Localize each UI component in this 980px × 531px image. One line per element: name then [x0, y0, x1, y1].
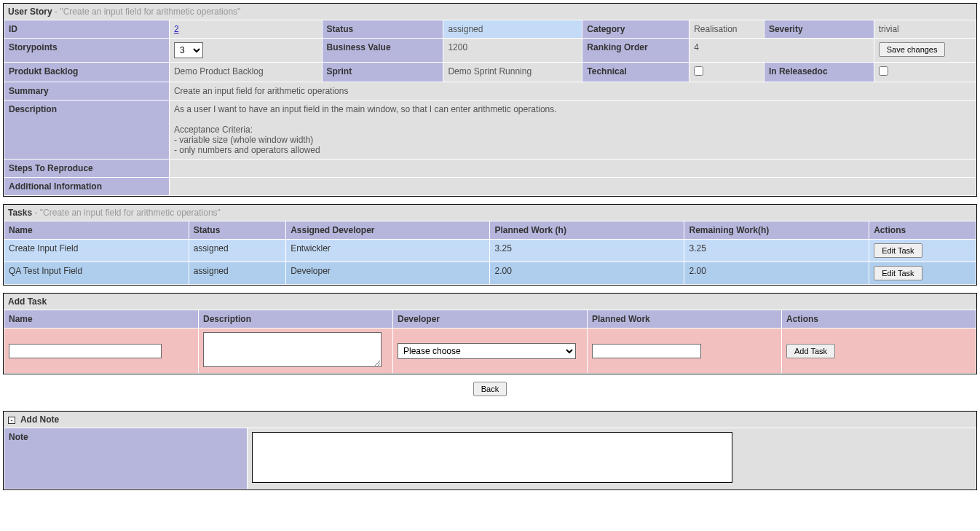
task-planned: 3.25 [490, 240, 684, 262]
add-note-table: Note [4, 428, 976, 489]
label-ranking-order: Ranking Order [582, 39, 689, 63]
value-sprint: Demo Sprint Running [443, 63, 582, 82]
task-remaining: 2.00 [684, 262, 869, 285]
storypoints-select[interactable]: 3 [174, 42, 203, 58]
addtask-header-developer: Developer [393, 310, 588, 329]
task-row: Create Input Field assigned Entwickler 3… [4, 240, 976, 262]
value-status: assigned [443, 20, 582, 39]
task-planned-input[interactable] [592, 344, 701, 358]
addtask-header-name: Name [4, 310, 199, 329]
tasks-title-prefix: Tasks [8, 208, 32, 218]
user-story-panel: User Story - "Create an input field for … [3, 3, 977, 197]
user-story-table: ID 2 Status assigned Category Realisatio… [4, 20, 976, 196]
add-note-panel: - Add Note Note [3, 411, 977, 490]
tasks-header-name: Name [4, 221, 189, 240]
value-description: As a user I want to have an input field … [169, 101, 976, 160]
user-story-title-prefix: User Story [8, 7, 52, 17]
add-task-title: Add Task [4, 294, 976, 310]
tasks-panel: Tasks - "Create an input field for arith… [3, 204, 977, 286]
value-severity: trivial [874, 20, 976, 39]
label-description: Description [4, 101, 170, 160]
label-technical: Technical [582, 63, 689, 82]
tasks-title: Tasks - "Create an input field for arith… [4, 205, 976, 221]
tasks-header-planned: Planned Work (h) [490, 221, 684, 240]
tasks-header-remaining: Remaining Work(h) [684, 221, 869, 240]
note-textarea[interactable] [252, 432, 732, 483]
task-row: QA Test Input Field assigned Developer 2… [4, 262, 976, 285]
task-status: assigned [189, 240, 286, 262]
task-description-textarea[interactable] [203, 332, 382, 367]
task-developer: Entwickler [286, 240, 490, 262]
tasks-header-actions: Actions [869, 221, 976, 240]
add-note-title: Add Note [20, 414, 59, 425]
add-note-title-row: - Add Note [4, 412, 976, 428]
addtask-header-planned: Planned Work [588, 310, 782, 329]
task-name-input[interactable] [9, 344, 162, 358]
label-summary: Summary [4, 82, 170, 101]
label-category: Category [582, 20, 689, 39]
label-status: Status [322, 20, 443, 39]
label-steps-to-reproduce: Steps To Reproduce [4, 160, 170, 178]
task-developer: Developer [286, 262, 490, 285]
save-changes-button[interactable]: Save changes [879, 42, 946, 57]
id-link[interactable]: 2 [174, 24, 179, 34]
add-task-panel: Add Task Name Description Developer Plan… [3, 293, 977, 374]
value-business-value: 1200 [443, 39, 582, 63]
tasks-header-developer: Assigned Developer [286, 221, 490, 240]
label-id: ID [4, 20, 170, 39]
value-summary: Create an input field for arithmetic ope… [169, 82, 976, 101]
label-severity: Severity [764, 20, 874, 39]
user-story-title: User Story - "Create an input field for … [4, 4, 976, 20]
label-storypoints: Storypoints [4, 39, 170, 63]
label-business-value: Business Value [322, 39, 443, 63]
label-sprint: Sprint [322, 63, 443, 82]
technical-checkbox[interactable] [694, 66, 703, 76]
value-product-backlog: Demo Product Backlog [169, 63, 322, 82]
addtask-header-actions: Actions [782, 310, 976, 329]
add-task-button[interactable]: Add Task [786, 344, 835, 358]
task-name: Create Input Field [4, 240, 189, 262]
value-additional-info [169, 178, 976, 196]
task-developer-select[interactable]: Please choose [398, 343, 576, 359]
note-label: Note [4, 428, 248, 489]
user-story-title-quoted: "Create an input field for arithmetic op… [60, 7, 240, 17]
tasks-header-status: Status [189, 221, 286, 240]
edit-task-button[interactable]: Edit Task [874, 266, 922, 280]
tasks-table: Name Status Assigned Developer Planned W… [4, 221, 976, 285]
task-planned: 2.00 [490, 262, 684, 285]
value-category: Realisation [689, 20, 764, 39]
value-steps-to-reproduce [169, 160, 976, 178]
tasks-title-quoted: "Create an input field for arithmetic op… [40, 208, 221, 218]
task-remaining: 3.25 [684, 240, 869, 262]
label-product-backlog: Produkt Backlog [4, 63, 170, 82]
task-name: QA Test Input Field [4, 262, 189, 285]
back-button[interactable]: Back [473, 382, 507, 396]
label-additional-info: Additional Information [4, 178, 170, 196]
value-ranking-order: 4 [689, 39, 874, 63]
in-releasedoc-checkbox[interactable] [879, 66, 888, 76]
addtask-header-description: Description [199, 310, 393, 329]
label-in-releasedoc: In Releasedoc [764, 63, 874, 82]
task-status: assigned [189, 262, 286, 285]
collapse-icon[interactable]: - [8, 417, 15, 424]
edit-task-button[interactable]: Edit Task [874, 243, 922, 258]
add-task-table: Name Description Developer Planned Work … [4, 310, 976, 374]
